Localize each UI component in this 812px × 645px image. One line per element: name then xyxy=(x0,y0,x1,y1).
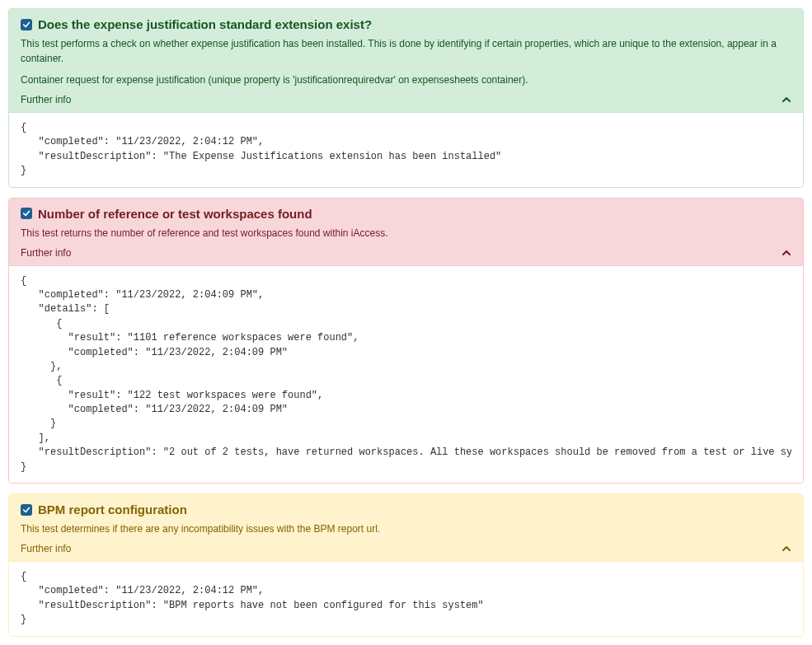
panel-description: This test determines if there are any in… xyxy=(21,521,791,536)
title-row: Does the expense justification standard … xyxy=(21,17,791,31)
panel-description-secondary: Container request for expense justificat… xyxy=(21,72,791,87)
test-panel-workspaces: Number of reference or test workspaces f… xyxy=(8,198,804,484)
further-info-toggle[interactable]: Further info xyxy=(21,94,791,105)
checked-icon xyxy=(21,208,32,219)
panel-description: This test performs a check on whether ex… xyxy=(21,36,791,66)
panel-body: { "completed": "11/23/2022, 2:04:12 PM",… xyxy=(9,113,803,187)
panel-header: BPM report configuration This test deter… xyxy=(9,494,803,562)
code-block: { "completed": "11/23/2022, 2:04:12 PM",… xyxy=(21,570,791,628)
code-block: { "completed": "11/23/2022, 2:04:09 PM",… xyxy=(21,274,791,474)
test-panel-expense-justification: Does the expense justification standard … xyxy=(8,8,804,188)
chevron-up-icon xyxy=(781,248,791,258)
panel-title: Number of reference or test workspaces f… xyxy=(38,207,312,221)
panel-header: Does the expense justification standard … xyxy=(9,9,803,113)
further-info-label: Further info xyxy=(21,94,71,105)
chevron-up-icon xyxy=(781,95,791,105)
panel-body: { "completed": "11/23/2022, 2:04:12 PM",… xyxy=(9,562,803,636)
checked-icon xyxy=(21,19,32,30)
test-panel-bpm-report: BPM report configuration This test deter… xyxy=(8,493,804,637)
title-row: Number of reference or test workspaces f… xyxy=(21,207,791,221)
title-row: BPM report configuration xyxy=(21,502,791,516)
further-info-label: Further info xyxy=(21,247,71,259)
panel-header: Number of reference or test workspaces f… xyxy=(9,199,803,266)
chevron-up-icon xyxy=(781,544,791,554)
panel-body: { "completed": "11/23/2022, 2:04:09 PM",… xyxy=(9,266,803,483)
checked-icon xyxy=(21,504,32,516)
further-info-label: Further info xyxy=(21,543,71,554)
further-info-toggle[interactable]: Further info xyxy=(21,543,791,554)
panel-title: Does the expense justification standard … xyxy=(38,17,372,31)
further-info-toggle[interactable]: Further info xyxy=(21,247,791,259)
panel-title: BPM report configuration xyxy=(38,502,187,516)
code-block: { "completed": "11/23/2022, 2:04:12 PM",… xyxy=(21,121,791,179)
panel-description: This test returns the number of referenc… xyxy=(21,226,791,241)
